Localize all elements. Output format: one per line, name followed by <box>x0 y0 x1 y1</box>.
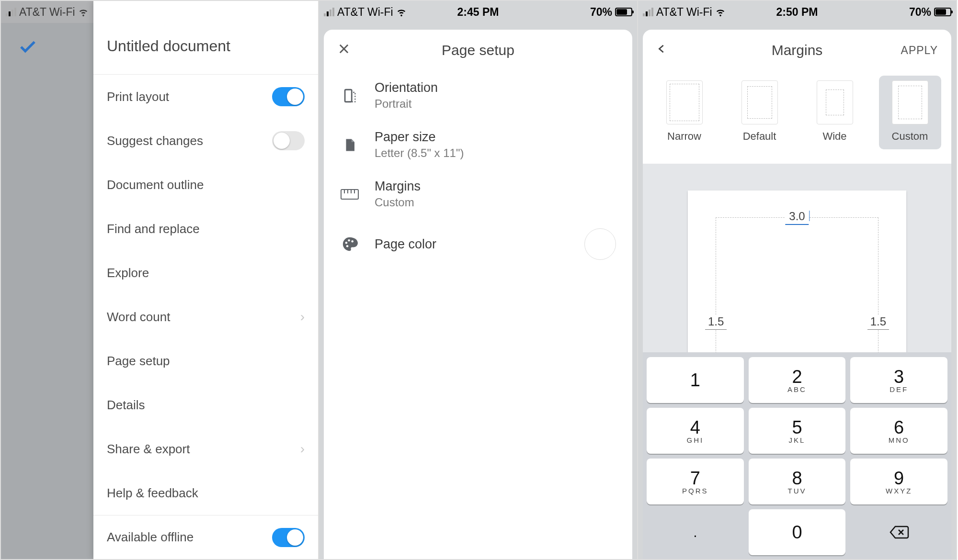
file-icon <box>340 135 359 155</box>
svg-point-3 <box>348 239 350 242</box>
panel-title: Page setup <box>442 42 514 58</box>
key-1[interactable]: 1 <box>647 357 744 403</box>
page-setup-panel: Page setup Orientation Portrait Paper si… <box>324 30 632 559</box>
back-icon[interactable] <box>656 40 667 60</box>
battery-pct: 70% <box>590 6 612 19</box>
chevron-right-icon: › <box>300 309 305 325</box>
page-color-swatch[interactable] <box>584 228 616 260</box>
row-page-color[interactable]: Page color <box>324 219 632 269</box>
chevron-right-icon: › <box>300 441 305 457</box>
key-5[interactable]: 5JKL <box>749 408 846 454</box>
svg-point-5 <box>346 245 349 247</box>
preset-custom[interactable]: Custom <box>879 76 941 149</box>
paper-size-label: Paper size <box>375 130 464 145</box>
menu-label: Details <box>107 398 145 413</box>
preset-default[interactable]: Default <box>729 76 791 149</box>
margins-panel: Margins APPLY Narrow Default Wide Custom <box>643 30 951 559</box>
battery-icon <box>615 8 632 16</box>
close-icon[interactable] <box>337 42 351 59</box>
menu-available-offline[interactable]: Available offline <box>93 515 318 559</box>
margin-presets: Narrow Default Wide Custom <box>643 71 951 164</box>
margin-left-input[interactable]: 1.5 <box>705 315 727 330</box>
numeric-keypad: 1 2ABC 3DEF 4GHI 5JKL 6MNO 7PQRS 8TUV 9W… <box>643 352 951 559</box>
carrier-label: AT&T Wi-Fi <box>337 6 393 19</box>
row-orientation[interactable]: Orientation Portrait <box>324 71 632 120</box>
carrier-label: AT&T Wi-Fi <box>656 6 712 19</box>
key-9[interactable]: 9WXYZ <box>850 459 947 504</box>
margin-preview: 3.0 1.5 1.5 <box>643 164 951 370</box>
key-2[interactable]: 2ABC <box>749 357 846 403</box>
screen-document-menu: AT&T Wi-Fi 2:45 PM 70% Untitled document… <box>0 0 319 560</box>
screen-margins: AT&T Wi-Fi 2:50 PM 70% Margins APPLY Nar… <box>638 0 957 560</box>
signal-icon <box>324 8 334 16</box>
menu-label: Available offline <box>107 530 194 545</box>
apply-button[interactable]: APPLY <box>901 44 938 57</box>
panel-header: Page setup <box>324 30 632 71</box>
svg-point-4 <box>351 240 354 243</box>
screen-page-setup: AT&T Wi-Fi 2:45 PM 70% Page setup Orient… <box>319 0 638 560</box>
paper-size-value: Letter (8.5" x 11") <box>375 146 464 160</box>
confirm-check-icon[interactable] <box>18 37 38 61</box>
status-time: 2:45 PM <box>457 6 499 19</box>
orientation-value: Portrait <box>375 97 438 111</box>
document-title: Untitled document <box>93 1 318 75</box>
orientation-label: Orientation <box>375 80 438 95</box>
signal-icon <box>643 8 653 16</box>
menu-list: Print layout Suggest changes Document ou… <box>93 75 318 559</box>
panel-header: Margins APPLY <box>643 30 951 71</box>
row-paper-size[interactable]: Paper size Letter (8.5" x 11") <box>324 120 632 169</box>
menu-suggest-changes[interactable]: Suggest changes <box>93 119 318 163</box>
menu-details[interactable]: Details <box>93 383 318 427</box>
battery-pct: 70% <box>909 6 931 19</box>
menu-label: Suggest changes <box>107 134 203 148</box>
overflow-menu-sheet: Untitled document Print layout Suggest c… <box>93 1 318 559</box>
preset-label: Default <box>743 130 776 143</box>
margins-value: Custom <box>375 196 421 209</box>
menu-label: Help & feedback <box>107 486 198 501</box>
row-margins[interactable]: Margins Custom <box>324 169 632 219</box>
key-6[interactable]: 6MNO <box>850 408 947 454</box>
menu-explore[interactable]: Explore <box>93 251 318 295</box>
menu-label: Word count <box>107 310 170 325</box>
menu-label: Explore <box>107 266 149 280</box>
menu-word-count[interactable]: Word count › <box>93 295 318 339</box>
menu-label: Print layout <box>107 90 169 104</box>
key-7[interactable]: 7PQRS <box>647 459 744 504</box>
key-0[interactable]: 0 <box>749 509 846 555</box>
palette-icon <box>340 235 359 254</box>
menu-print-layout[interactable]: Print layout <box>93 75 318 119</box>
margin-right-input[interactable]: 1.5 <box>867 315 889 330</box>
key-backspace[interactable] <box>850 509 947 555</box>
signal-icon <box>6 8 16 16</box>
battery-icon <box>934 8 951 16</box>
margin-top-input[interactable]: 3.0 <box>785 210 809 225</box>
menu-label: Share & export <box>107 442 190 457</box>
preset-label: Narrow <box>667 130 701 143</box>
orientation-icon <box>340 86 359 105</box>
toggle-suggest-changes[interactable] <box>272 131 305 150</box>
ruler-icon <box>340 185 359 204</box>
key-4[interactable]: 4GHI <box>647 408 744 454</box>
key-3[interactable]: 3DEF <box>850 357 947 403</box>
carrier-label: AT&T Wi-Fi <box>19 6 75 19</box>
menu-document-outline[interactable]: Document outline <box>93 163 318 207</box>
margins-label: Margins <box>375 179 421 194</box>
status-time: 2:50 PM <box>776 6 818 19</box>
menu-help-feedback[interactable]: Help & feedback <box>93 471 318 515</box>
menu-find-replace[interactable]: Find and replace <box>93 207 318 251</box>
menu-label: Find and replace <box>107 222 200 236</box>
toggle-print-layout[interactable] <box>272 87 305 106</box>
wifi-icon <box>396 7 407 17</box>
key-dot[interactable]: . <box>647 509 744 555</box>
menu-share-export[interactable]: Share & export › <box>93 427 318 471</box>
key-8[interactable]: 8TUV <box>749 459 846 504</box>
panel-title: Margins <box>772 42 823 58</box>
preset-narrow[interactable]: Narrow <box>653 76 716 149</box>
toggle-available-offline[interactable] <box>272 528 305 547</box>
page-color-label: Page color <box>375 237 436 252</box>
preset-wide[interactable]: Wide <box>804 76 866 149</box>
menu-page-setup[interactable]: Page setup <box>93 339 318 383</box>
svg-rect-1 <box>341 190 358 199</box>
wifi-icon <box>715 7 726 17</box>
preset-label: Custom <box>892 130 928 143</box>
